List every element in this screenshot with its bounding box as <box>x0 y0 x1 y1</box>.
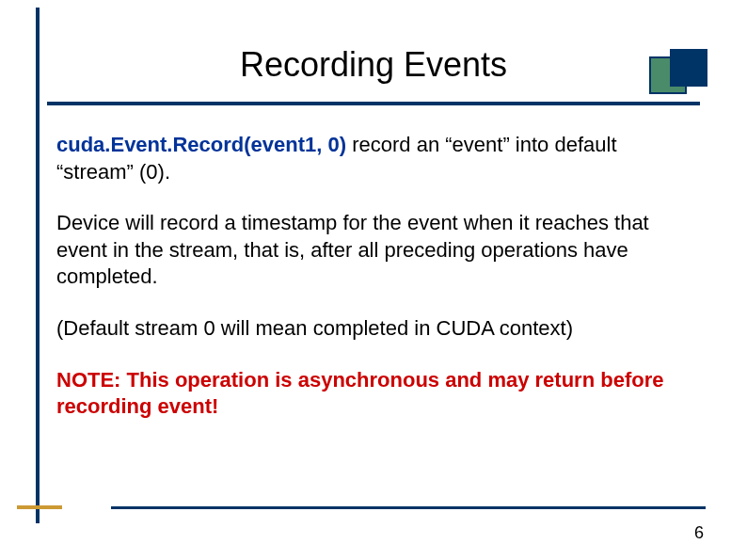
slide: Recording Events cuda.Event.Record(event… <box>0 0 747 560</box>
decor-horizontal-bar <box>17 505 62 509</box>
bottom-underline <box>111 506 706 509</box>
function-call: cuda.Event.Record(event1, 0) <box>56 133 346 156</box>
slide-content: cuda.Event.Record(event1, 0) record an “… <box>0 105 747 421</box>
paragraph-2: Device will record a timestamp for the e… <box>56 210 691 291</box>
corner-decoration-bottom <box>17 498 64 517</box>
page-number: 6 <box>694 523 704 543</box>
note-paragraph: NOTE: This operation is asynchronous and… <box>56 367 691 421</box>
slide-title: Recording Events <box>56 45 691 85</box>
paragraph-3: (Default stream 0 will mean completed in… <box>56 315 691 343</box>
paragraph-1: cuda.Event.Record(event1, 0) record an “… <box>56 132 691 185</box>
title-area: Recording Events <box>0 0 747 105</box>
title-underline <box>47 102 700 105</box>
